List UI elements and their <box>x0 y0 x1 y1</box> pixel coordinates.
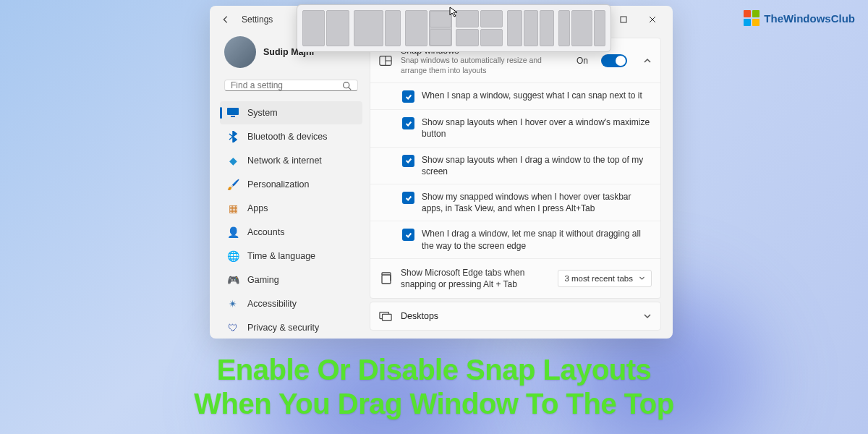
caption-line-2: When You Drag Window To The Top <box>194 388 673 420</box>
snap-layout-option[interactable] <box>405 10 452 46</box>
nav-label: Network & internet <box>247 156 322 166</box>
nav-label: Time & language <box>247 251 315 261</box>
tabs-icon <box>379 272 392 285</box>
desktops-card[interactable]: Desktops <box>370 302 661 331</box>
chevron-down-icon <box>643 312 652 320</box>
search-box[interactable] <box>224 80 358 91</box>
app-title: Settings <box>242 14 273 25</box>
snap-option-row: When I snap a window, suggest what I can… <box>370 82 660 109</box>
snap-windows-icon <box>379 54 392 67</box>
nav-label: Privacy & security <box>247 323 319 333</box>
nav-item-apps[interactable]: ▦Apps <box>220 197 362 220</box>
checkbox[interactable] <box>402 229 414 241</box>
svg-rect-0 <box>621 17 626 22</box>
personalization-icon: 🖌️ <box>227 179 239 190</box>
maximize-button[interactable] <box>609 8 638 31</box>
svg-rect-2 <box>227 108 239 115</box>
article-caption: Enable Or Disable Snap Layouts When You … <box>0 353 868 421</box>
option-text: Show snap layouts when I hover over a wi… <box>422 116 652 140</box>
nav-label: System <box>247 108 278 118</box>
nav-item-network[interactable]: ◆Network & internet <box>220 149 362 172</box>
apps-icon: ▦ <box>227 203 239 214</box>
checkbox[interactable] <box>402 155 414 167</box>
snap-layout-option[interactable] <box>558 10 605 46</box>
gaming-icon: 🎮 <box>227 274 239 286</box>
checkbox[interactable] <box>402 90 414 103</box>
svg-rect-5 <box>382 275 391 284</box>
network-icon: ◆ <box>227 155 239 166</box>
system-icon <box>227 107 239 119</box>
desktops-icon <box>379 310 392 323</box>
close-icon <box>649 16 656 23</box>
chevron-down-icon <box>639 275 645 281</box>
snap-layout-option[interactable] <box>507 10 554 46</box>
maximize-icon <box>620 16 627 23</box>
windows-logo-icon <box>744 10 760 26</box>
nav-item-accessibility[interactable]: ✴Accessibility <box>220 292 362 315</box>
svg-point-1 <box>344 82 349 88</box>
nav-label: Gaming <box>247 275 279 285</box>
option-text: When I snap a window, suggest what I can… <box>422 90 642 101</box>
watermark: TheWindowsClub <box>744 10 855 26</box>
watermark-text: TheWindowsClub <box>764 12 855 25</box>
time-icon: 🌐 <box>227 250 239 262</box>
edge-tabs-dropdown[interactable]: 3 most recent tabs <box>558 270 652 287</box>
toggle-state-label: On <box>576 56 588 66</box>
snap-layout-option[interactable] <box>354 10 401 46</box>
snap-layout-option[interactable] <box>456 10 503 46</box>
svg-rect-3 <box>231 116 235 117</box>
option-text: Show snap layouts when I drag a window t… <box>422 154 652 177</box>
checkbox[interactable] <box>402 192 414 204</box>
option-text: When I drag a window, let me snap it wit… <box>422 228 652 251</box>
nav-item-time[interactable]: 🌐Time & language <box>220 244 362 268</box>
nav-label: Apps <box>247 203 268 213</box>
chevron-up-icon <box>643 56 652 65</box>
snap-option-row: When I drag a window, let me snap it wit… <box>370 221 660 258</box>
accounts-icon: 👤 <box>227 226 239 238</box>
snap-windows-card: Snap windows Snap windows to automatical… <box>370 38 661 299</box>
settings-window: Settings Sudip Majhi System Bluetooth & … <box>210 6 673 339</box>
bluetooth-icon <box>227 131 239 142</box>
cursor-icon <box>448 6 460 20</box>
nav-item-privacy[interactable]: 🛡Privacy & security <box>220 316 362 339</box>
snap-option-row: Show my snapped windows when I hover ove… <box>370 184 660 221</box>
svg-rect-7 <box>383 314 392 320</box>
nav-label: Personalization <box>247 179 309 190</box>
snap-option-row: Show snap layouts when I hover over a wi… <box>370 109 660 146</box>
nav-label: Accessibility <box>247 299 297 309</box>
dropdown-value: 3 most recent tabs <box>564 274 633 283</box>
edge-tabs-label: Show Microsoft Edge tabs when snapping o… <box>401 267 550 290</box>
nav-list: System Bluetooth & devices ◆Network & in… <box>220 101 362 339</box>
nav-item-accounts[interactable]: 👤Accounts <box>220 221 362 244</box>
content-area: Snap windows Snap windows to automatical… <box>365 33 673 339</box>
snap-subtitle: Snap windows to automatically resize and… <box>401 56 568 75</box>
snap-toggle[interactable] <box>601 54 627 67</box>
snap-layout-option[interactable] <box>302 10 349 46</box>
edge-tabs-row: Show Microsoft Edge tabs when snapping o… <box>370 258 660 298</box>
desktops-label: Desktops <box>401 311 627 321</box>
nav-item-bluetooth[interactable]: Bluetooth & devices <box>220 125 362 148</box>
accessibility-icon: ✴ <box>227 298 239 310</box>
nav-item-system[interactable]: System <box>220 101 362 124</box>
caption-line-1: Enable Or Disable Snap Layouts <box>217 354 652 386</box>
avatar <box>224 36 256 68</box>
snap-option-row: Show snap layouts when I drag a window t… <box>370 147 660 184</box>
sidebar: Sudip Majhi System Bluetooth & devices ◆… <box>210 33 365 339</box>
nav-label: Bluetooth & devices <box>247 132 328 142</box>
close-button[interactable] <box>638 8 667 31</box>
option-text: Show my snapped windows when I hover ove… <box>422 191 652 214</box>
search-icon <box>342 81 352 90</box>
checkbox[interactable] <box>402 117 414 129</box>
back-button[interactable] <box>216 9 236 30</box>
privacy-icon: 🛡 <box>227 322 239 333</box>
nav-item-gaming[interactable]: 🎮Gaming <box>220 268 362 292</box>
nav-item-personalization[interactable]: 🖌️Personalization <box>220 173 362 196</box>
nav-label: Accounts <box>247 227 284 237</box>
search-input[interactable] <box>231 80 342 90</box>
back-arrow-icon <box>221 14 231 25</box>
